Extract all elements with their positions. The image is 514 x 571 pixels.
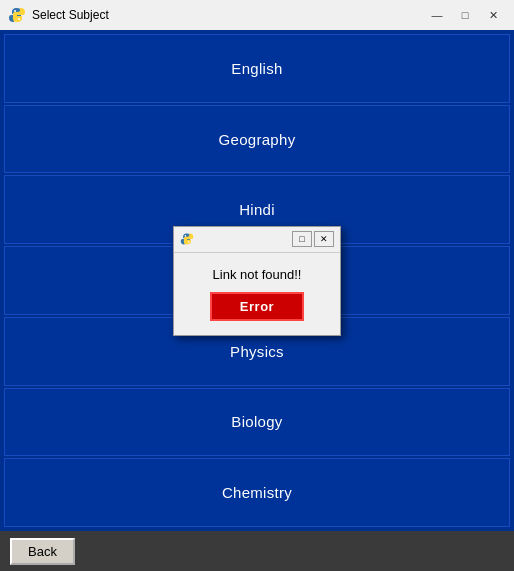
error-modal: □ ✕ Link not found!! Error (173, 226, 341, 336)
modal-close-button[interactable]: ✕ (314, 231, 334, 247)
svg-point-3 (188, 241, 190, 243)
error-button[interactable]: Error (210, 292, 304, 321)
window-title: Select Subject (32, 8, 424, 22)
modal-body: Link not found!! Error (174, 253, 340, 335)
subject-list: English Geography Hindi Maths Physics Bi… (0, 30, 514, 531)
maximize-button[interactable]: □ (452, 5, 478, 25)
back-button[interactable]: Back (10, 538, 75, 565)
modal-app-icon (180, 232, 194, 246)
svg-point-2 (185, 235, 187, 237)
bottom-bar: Back (0, 531, 514, 571)
minimize-button[interactable]: — (424, 5, 450, 25)
modal-message: Link not found!! (213, 267, 302, 282)
modal-title-bar: □ ✕ (174, 227, 340, 253)
modal-overlay: □ ✕ Link not found!! Error (0, 30, 514, 531)
modal-minimize-button[interactable]: □ (292, 231, 312, 247)
title-bar: Select Subject — □ ✕ (0, 0, 514, 30)
app-icon (8, 6, 26, 24)
svg-point-1 (18, 18, 20, 20)
svg-point-0 (14, 10, 16, 12)
modal-window-controls: □ ✕ (292, 231, 334, 247)
window-controls: — □ ✕ (424, 5, 506, 25)
close-button[interactable]: ✕ (480, 5, 506, 25)
